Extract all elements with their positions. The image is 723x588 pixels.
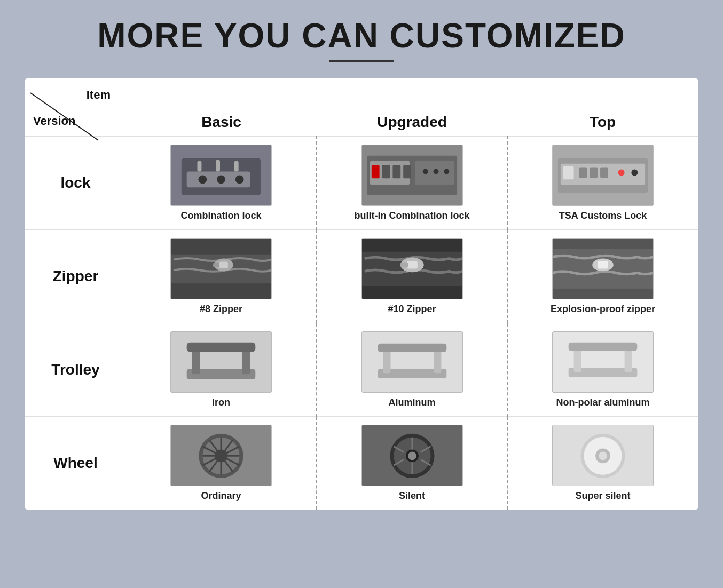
- item-cell-zipper-basic: #8 Zipper: [126, 230, 317, 323]
- item-caption-trolley-upgraded: Aluminum: [323, 397, 501, 408]
- svg-rect-42: [598, 261, 608, 268]
- svg-rect-33: [213, 263, 219, 267]
- row-label-trolley: Trolley: [25, 323, 126, 417]
- svg-rect-7: [216, 160, 220, 171]
- row-label-zipper: Zipper: [25, 230, 126, 323]
- item-image-trolley-upgraded: [362, 331, 463, 393]
- item-caption-wheel-basic: Ordinary: [131, 490, 311, 502]
- svg-rect-53: [553, 332, 653, 393]
- svg-rect-16: [403, 165, 411, 178]
- column-header-basic: Basic: [126, 78, 317, 137]
- table-row: lock Combination lock: [25, 137, 698, 230]
- item-caption-zipper-upgraded: #10 Zipper: [323, 304, 501, 315]
- item-cell-zipper-upgraded: #10 Zipper: [317, 230, 507, 323]
- comparison-table: Item Version Basic Upgraded Top lock: [25, 78, 698, 510]
- title-underline: [329, 60, 394, 62]
- page-title: MORE YOU CAN CUSTOMIZED: [97, 16, 625, 55]
- svg-rect-32: [219, 261, 228, 268]
- item-caption-trolley-top: Non-polar aluminum: [513, 397, 693, 408]
- svg-rect-48: [362, 332, 462, 393]
- item-image-trolley-top: [552, 331, 654, 393]
- item-cell-lock-basic: Combination lock: [126, 137, 317, 230]
- svg-point-27: [618, 169, 625, 176]
- column-header-upgraded: Upgraded: [317, 78, 507, 137]
- svg-point-28: [631, 169, 638, 176]
- svg-point-3: [198, 175, 207, 184]
- item-image-zipper-top: [552, 238, 654, 299]
- item-image-wheel-top: [552, 425, 654, 486]
- comparison-table-container: Item Version Basic Upgraded Top lock: [25, 78, 698, 510]
- svg-rect-38: [400, 262, 408, 267]
- svg-rect-14: [382, 165, 390, 178]
- item-label: Item: [87, 88, 111, 102]
- svg-rect-37: [407, 261, 418, 268]
- item-image-wheel-upgraded: [362, 425, 463, 486]
- item-image-lock-basic: [170, 145, 272, 206]
- item-cell-lock-top: TSA Customs Lock: [507, 137, 698, 230]
- svg-rect-26: [600, 167, 608, 178]
- table-row: Trolley Iron Aluminum: [25, 323, 698, 417]
- svg-point-83: [599, 451, 607, 460]
- item-cell-trolley-upgraded: Aluminum: [317, 323, 507, 417]
- item-cell-wheel-basic: Ordinary: [126, 417, 317, 510]
- svg-rect-57: [569, 342, 638, 351]
- svg-rect-24: [579, 167, 587, 178]
- item-caption-trolley-basic: Iron: [131, 397, 311, 408]
- column-header-top: Top: [507, 78, 698, 137]
- item-caption-lock-upgraded: bulit-in Combination lock: [323, 210, 501, 221]
- svg-point-72: [408, 451, 416, 460]
- item-caption-zipper-basic: #8 Zipper: [131, 304, 311, 315]
- item-cell-wheel-upgraded: Silent: [317, 417, 507, 510]
- table-header-row: Item Version Basic Upgraded Top: [25, 78, 698, 137]
- item-image-zipper-upgraded: [362, 238, 463, 299]
- svg-rect-13: [371, 165, 379, 178]
- svg-rect-8: [234, 161, 239, 171]
- table-row: Zipper #8 Zipper #10 Zipper: [25, 230, 698, 323]
- item-caption-wheel-upgraded: Silent: [323, 490, 501, 502]
- item-caption-wheel-top: Super silent: [513, 490, 693, 502]
- version-diagonal: Item Version: [30, 88, 113, 131]
- item-image-trolley-basic: [170, 331, 272, 393]
- item-image-zipper-basic: [170, 238, 272, 299]
- version-header-cell: Item Version: [25, 78, 126, 137]
- item-cell-trolley-basic: Iron: [126, 323, 317, 417]
- svg-rect-25: [590, 167, 598, 178]
- item-caption-lock-top: TSA Customs Lock: [513, 210, 693, 221]
- version-label: Version: [33, 114, 75, 128]
- item-image-lock-top: [552, 145, 654, 206]
- row-label-lock: lock: [25, 137, 126, 230]
- item-cell-wheel-top: Super silent: [507, 417, 698, 510]
- svg-point-19: [444, 169, 449, 174]
- item-image-wheel-basic: [170, 425, 272, 486]
- item-caption-zipper-top: Explosion-proof zipper: [513, 304, 693, 315]
- svg-rect-23: [563, 166, 574, 179]
- item-cell-zipper-top: Explosion-proof zipper: [507, 230, 698, 323]
- table-row: Wheel Ordinary: [25, 417, 698, 510]
- svg-point-5: [235, 175, 244, 184]
- row-label-wheel: Wheel: [25, 417, 126, 510]
- svg-point-4: [217, 175, 225, 184]
- item-cell-lock-upgraded: bulit-in Combination lock: [317, 137, 507, 230]
- svg-rect-6: [197, 161, 201, 171]
- svg-point-18: [433, 169, 438, 174]
- item-image-lock-upgraded: [362, 145, 463, 206]
- svg-rect-15: [392, 165, 400, 178]
- svg-point-17: [422, 169, 428, 174]
- svg-rect-43: [171, 332, 271, 393]
- item-caption-lock-basic: Combination lock: [131, 210, 311, 221]
- item-cell-trolley-top: Non-polar aluminum: [507, 323, 698, 417]
- svg-rect-52: [378, 343, 446, 352]
- svg-rect-47: [187, 342, 256, 352]
